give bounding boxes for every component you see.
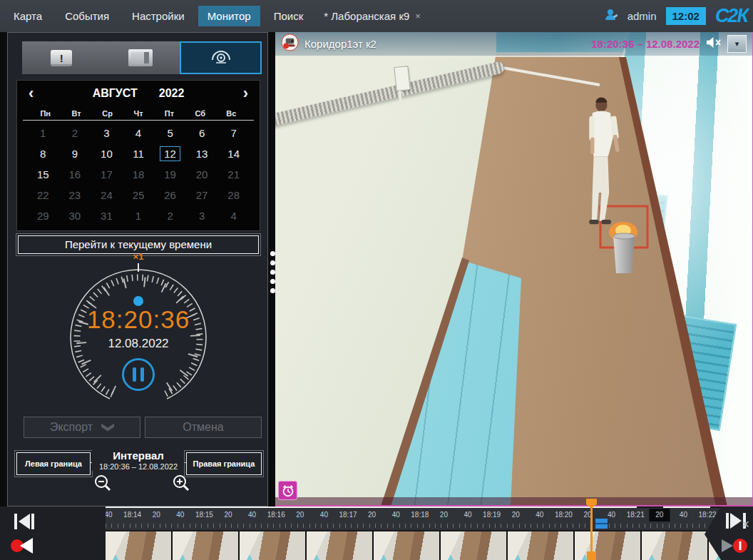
nav-item-2[interactable]: События (56, 6, 118, 26)
calendar-day-2[interactable]: 2 (59, 127, 91, 139)
timeline-thumbnail[interactable] (441, 531, 506, 560)
camera-dropdown-button[interactable]: ▾ (727, 35, 747, 53)
app-logo: С2К (715, 5, 747, 27)
calendar-day-28[interactable]: 28 (217, 189, 250, 201)
right-bound-button[interactable]: Правая граница (186, 452, 262, 475)
calendar: ‹ АВГУСТ 2022 › ПнВтСрЧтПтСбВс 123456789… (16, 80, 260, 231)
timeline-thumbnail[interactable] (307, 531, 372, 560)
zoom-in-button[interactable] (172, 474, 190, 492)
calendar-day-13[interactable]: 13 (186, 148, 218, 160)
calendar-day-1[interactable]: 1 (27, 127, 59, 139)
timeline-thumbnail[interactable] (240, 531, 305, 560)
timeline-thumbnail[interactable] (508, 531, 573, 560)
calendar-day-17[interactable]: 17 (91, 168, 123, 180)
calendar-day-19[interactable]: 19 (154, 168, 186, 180)
tab-archive[interactable] (180, 41, 262, 74)
clock-badge[interactable]: 12:02 (666, 7, 706, 25)
calendar-day-16[interactable]: 16 (59, 168, 91, 180)
calendar-year: 2022 (159, 87, 185, 100)
calendar-day-6[interactable]: 6 (186, 127, 218, 139)
calendar-prev-button[interactable]: ‹ (29, 84, 46, 103)
calendar-day-15[interactable]: 15 (27, 168, 59, 180)
play-forward-button[interactable] (719, 535, 750, 559)
calendar-day-29[interactable]: 29 (27, 210, 59, 222)
timeline-ruler[interactable]: 4018:14204018:15204018:16204018:17204018… (106, 508, 753, 530)
tab-close-icon[interactable]: × (415, 11, 421, 21)
timeline-tick-label: 18:22 (698, 511, 716, 519)
calendar-day-20[interactable]: 20 (186, 168, 218, 180)
pause-button[interactable] (122, 358, 155, 391)
left-bound-button[interactable]: Левая граница (16, 452, 91, 475)
nav-item-1[interactable]: Карта (4, 6, 51, 26)
export-label: Экспорт (50, 421, 93, 434)
calendar-day-10[interactable]: 10 (91, 148, 123, 160)
nav-item-4[interactable]: Монитор (198, 6, 260, 26)
calendar-day-23[interactable]: 23 (59, 189, 91, 201)
calendar-day-2[interactable]: 2 (154, 210, 186, 222)
calendar-header: ‹ АВГУСТ 2022 › (17, 81, 260, 106)
calendar-day-18[interactable]: 18 (123, 168, 155, 180)
mute-icon[interactable] (705, 36, 722, 52)
calendar-day-26[interactable]: 26 (154, 189, 186, 201)
bookmark-marker[interactable] (595, 519, 608, 529)
playhead-bottom-handle[interactable] (587, 551, 596, 560)
calendar-day-5[interactable]: 5 (154, 127, 186, 139)
timeline-thumbnail[interactable] (642, 531, 707, 560)
document-tab[interactable]: * Лаборанская к9 × (324, 10, 421, 22)
calendar-day-8[interactable]: 8 (27, 148, 59, 160)
nav-item-5[interactable]: Поиск (265, 6, 313, 26)
archive-control-panel: ! ‹ АВГУСТ 2022 › ПнВтСрЧтПтСбВс 1234567… (7, 32, 268, 506)
timeline-thumbnail[interactable] (173, 531, 238, 560)
calendar-day-7[interactable]: 7 (217, 127, 250, 139)
calendar-day-30[interactable]: 30 (59, 210, 91, 222)
playhead-line[interactable] (590, 505, 593, 555)
calendar-day-21[interactable]: 21 (217, 168, 250, 180)
calendar-day-3[interactable]: 3 (186, 210, 218, 222)
calendar-day-4[interactable]: 4 (217, 210, 250, 222)
calendar-next-button[interactable]: › (231, 84, 248, 103)
timeline-thumbnail[interactable] (374, 531, 439, 560)
timeline-thumbnail[interactable] (575, 531, 640, 560)
person-figure (571, 95, 637, 246)
calendar-day-9[interactable]: 9 (59, 148, 91, 160)
user-name[interactable]: admin (628, 10, 657, 22)
weekday-label: Вс (216, 109, 247, 118)
tab-layouts[interactable] (101, 41, 180, 74)
close-icon[interactable]: × (742, 516, 749, 532)
panel-tab-bar: ! (22, 41, 262, 74)
timeline-tick-label: 18:20 (555, 511, 573, 519)
timeline-panel: 4018:14204018:15204018:16204018:17204018… (0, 506, 753, 560)
archive-mode-icon[interactable] (278, 481, 297, 500)
calendar-day-12[interactable]: 12 (154, 148, 186, 160)
cancel-button[interactable]: Отмена (145, 417, 262, 438)
timeline-thumbnail[interactable] (106, 531, 171, 560)
timeline-tick-label: 40 (104, 511, 112, 519)
timeline-thumbnails[interactable] (106, 531, 742, 560)
skip-to-start-button[interactable] (13, 512, 39, 534)
timeline-tick-label: 18:19 (483, 511, 501, 519)
tab-alarms[interactable]: ! (22, 41, 101, 74)
interval-title: Интервал (92, 449, 185, 462)
playback-speed-label: ×1 (31, 251, 245, 262)
calendar-day-25[interactable]: 25 (123, 189, 155, 201)
calendar-day-27[interactable]: 27 (186, 189, 218, 201)
panel-splitter-handle[interactable] (269, 251, 276, 301)
timeline-tick-label: 20 (296, 511, 304, 519)
time-dial[interactable]: ×1 18:20:36 12.08.2022 (31, 254, 245, 414)
video-tile[interactable]: Коридор1эт к2 18:20:36 – 12.08.2022 ▾ (275, 32, 753, 506)
calendar-day-31[interactable]: 31 (91, 210, 123, 222)
export-button[interactable]: Экспорт (24, 417, 140, 438)
timeline-tick-label: 18:16 (267, 511, 285, 519)
calendar-day-3[interactable]: 3 (91, 127, 123, 139)
timeline-tick-label: 40 (392, 511, 400, 519)
zoom-out-button[interactable] (93, 474, 112, 492)
play-backward-button[interactable] (9, 535, 37, 559)
calendar-day-22[interactable]: 22 (27, 189, 59, 201)
calendar-day-14[interactable]: 14 (217, 148, 250, 160)
calendar-day-1[interactable]: 1 (123, 210, 155, 222)
calendar-day-4[interactable]: 4 (123, 127, 155, 139)
calendar-day-11[interactable]: 11 (123, 148, 155, 160)
calendar-day-24[interactable]: 24 (91, 189, 123, 201)
dial-handle-dot (133, 296, 143, 306)
nav-item-3[interactable]: Настройки (123, 6, 194, 26)
